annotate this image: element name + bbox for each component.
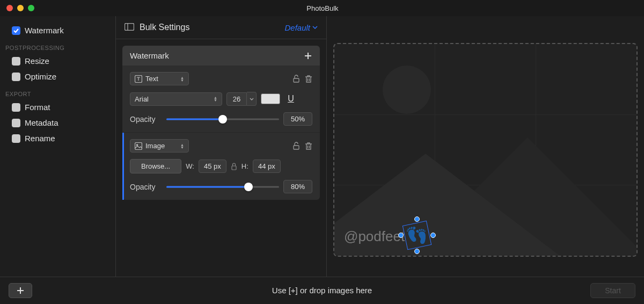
checkbox-icon[interactable]	[12, 57, 20, 66]
section-header-postprocessing: POSTPROCESSING	[5, 45, 110, 51]
sidebar: Watermark POSTPROCESSING Resize Optimize…	[0, 16, 115, 277]
sidebar-item-label: Rename	[25, 134, 55, 143]
window-title: PhotoBulk	[8, 4, 638, 12]
type-label: Image	[145, 142, 165, 150]
checkbox-icon[interactable]	[12, 73, 20, 81]
svg-rect-7	[232, 166, 236, 170]
sidebar-item-label: Optimize	[25, 72, 56, 81]
checkbox-icon[interactable]	[12, 103, 20, 112]
svg-rect-6	[294, 146, 299, 149]
font-size-value[interactable]: 26	[226, 92, 247, 106]
delete-icon[interactable]	[305, 142, 312, 150]
sidebar-item-resize[interactable]: Resize	[5, 55, 110, 67]
sidebar-item-label: Resize	[25, 56, 49, 66]
height-label: H:	[241, 162, 248, 170]
opacity-label: Opacity	[130, 183, 162, 191]
opacity-label: Opacity	[130, 115, 162, 124]
svg-rect-4	[135, 142, 142, 149]
svg-rect-0	[125, 23, 134, 30]
resize-handle[interactable]	[430, 233, 436, 238]
image-opacity-value[interactable]: 80%	[283, 180, 312, 193]
delete-icon[interactable]	[305, 75, 312, 83]
plus-icon	[17, 287, 24, 294]
underline-button[interactable]: U	[284, 92, 297, 105]
resize-handle[interactable]	[398, 233, 404, 238]
font-size-input[interactable]: 26	[226, 92, 257, 106]
sidebar-item-label: Format	[25, 103, 50, 112]
panel-layout-icon	[125, 23, 134, 32]
watermark-text-preview[interactable]: @podfeet	[344, 228, 405, 245]
settings-title: Bulk Settings	[140, 23, 284, 32]
image-icon	[135, 142, 142, 150]
select-arrows-icon: ▲▼	[180, 76, 184, 82]
watermark-image-preview[interactable]: 👣	[401, 219, 433, 251]
preset-label: Default	[284, 23, 310, 32]
svg-rect-3	[294, 78, 299, 82]
main-content: Watermark POSTPROCESSING Resize Optimize…	[0, 16, 644, 277]
text-color-swatch[interactable]	[261, 93, 280, 104]
watermark-group-body: Text ▲▼	[122, 66, 320, 200]
text-icon	[135, 75, 142, 83]
watermark-type-select[interactable]: Text ▲▼	[130, 72, 189, 85]
unlock-icon[interactable]	[292, 75, 301, 83]
sidebar-item-watermark[interactable]: Watermark	[5, 25, 110, 36]
placeholder-image	[334, 44, 636, 256]
font-label: Arial	[135, 95, 149, 103]
text-opacity-slider[interactable]	[166, 114, 279, 124]
checkbox-icon[interactable]	[12, 26, 20, 35]
text-watermark-section: Text ▲▼	[122, 66, 320, 132]
section-header-export: EXPORT	[5, 91, 110, 97]
preview-panel: @podfeet 👣	[327, 16, 644, 277]
text-opacity-value[interactable]: 50%	[283, 112, 312, 126]
feet-icon: 👣	[404, 223, 429, 247]
checkbox-icon[interactable]	[12, 119, 20, 127]
chevron-down-icon	[250, 98, 254, 100]
font-size-stepper[interactable]	[247, 92, 257, 106]
sidebar-item-optimize[interactable]: Optimize	[5, 71, 110, 82]
browse-button[interactable]: Browse...	[130, 159, 181, 173]
height-input[interactable]: 44 px	[253, 160, 281, 173]
preset-select[interactable]: Default	[284, 23, 318, 32]
lock-aspect-icon[interactable]	[231, 163, 237, 170]
font-select[interactable]: Arial ▲▼	[130, 92, 222, 106]
svg-point-5	[136, 144, 137, 145]
add-images-button[interactable]	[9, 283, 32, 298]
sidebar-item-metadata[interactable]: Metadata	[5, 117, 110, 128]
select-arrows-icon: ▲▼	[214, 96, 217, 102]
footer: Use [+] or drop images here Start	[0, 277, 644, 303]
checkbox-icon[interactable]	[12, 134, 20, 143]
unlock-icon[interactable]	[292, 142, 301, 150]
titlebar: PhotoBulk	[0, 0, 644, 16]
sidebar-item-label: Metadata	[25, 118, 58, 127]
sidebar-item-label: Watermark	[25, 26, 64, 35]
sidebar-item-format[interactable]: Format	[5, 102, 110, 113]
settings-body: Watermark Text ▲▼	[116, 39, 326, 206]
width-input[interactable]: 45 px	[199, 160, 226, 173]
resize-handle[interactable]	[414, 249, 420, 254]
add-watermark-button[interactable]	[304, 52, 312, 60]
sidebar-item-rename[interactable]: Rename	[5, 133, 110, 144]
settings-header: Bulk Settings Default	[116, 16, 326, 39]
drop-hint: Use [+] or drop images here	[272, 286, 372, 295]
watermark-type-select[interactable]: Image ▲▼	[130, 139, 189, 153]
width-label: W:	[186, 162, 194, 170]
image-dropzone[interactable]: @podfeet 👣	[333, 43, 638, 257]
watermark-group-header: Watermark	[122, 46, 320, 66]
type-label: Text	[145, 75, 158, 83]
chevron-down-icon	[312, 26, 318, 29]
select-arrows-icon: ▲▼	[180, 143, 184, 149]
image-watermark-section: Image ▲▼ Browse...	[122, 133, 320, 200]
settings-panel: Bulk Settings Default Watermark	[115, 16, 327, 277]
resize-handle[interactable]	[414, 216, 420, 222]
group-title: Watermark	[130, 51, 169, 60]
start-button[interactable]: Start	[590, 283, 635, 298]
image-opacity-slider[interactable]	[166, 182, 279, 192]
